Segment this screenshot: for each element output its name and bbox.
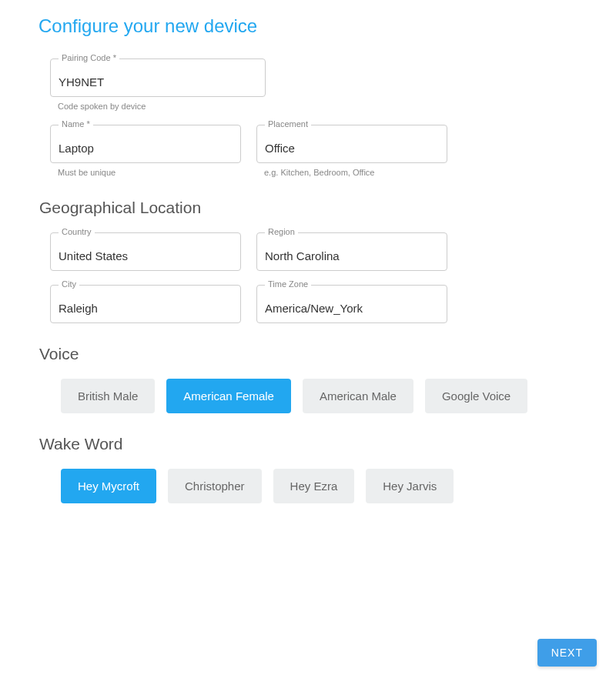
city-label: City	[59, 279, 79, 289]
next-button[interactable]: NEXT	[537, 639, 597, 667]
pairing-code-hint: Code spoken by device	[58, 102, 266, 111]
timezone-label: Time Zone	[265, 279, 311, 289]
placement-label: Placement	[265, 119, 311, 129]
name-input[interactable]	[59, 142, 233, 155]
pairing-code-label: Pairing Code *	[59, 53, 119, 62]
voice-options-row: British MaleAmerican FemaleAmerican Male…	[61, 379, 566, 413]
page-title: Configure your new device	[38, 15, 589, 37]
voice-header: Voice	[39, 345, 566, 363]
voice-option-american-male[interactable]: American Male	[303, 379, 413, 413]
region-label: Region	[265, 227, 298, 236]
name-label: Name *	[59, 119, 93, 129]
pairing-code-field-group: Pairing Code * Code spoken by device	[50, 58, 266, 111]
country-field-group: Country	[50, 232, 241, 271]
city-input[interactable]	[59, 302, 233, 315]
country-label: Country	[59, 227, 95, 236]
geo-header: Geographical Location	[39, 199, 566, 217]
voice-option-google-voice[interactable]: Google Voice	[425, 379, 527, 413]
voice-option-british-male[interactable]: British Male	[61, 379, 155, 413]
timezone-field-group: Time Zone	[256, 285, 447, 323]
voice-option-american-female[interactable]: American Female	[166, 379, 291, 413]
pairing-code-input[interactable]	[59, 75, 257, 89]
wakeword-option-hey-mycroft[interactable]: Hey Mycroft	[61, 469, 156, 503]
city-field-group: City	[50, 285, 241, 323]
name-field-group: Name * Must be unique	[50, 125, 241, 177]
wakeword-option-christopher[interactable]: Christopher	[168, 469, 262, 503]
region-input[interactable]	[265, 249, 439, 262]
wakeword-options-row: Hey MycroftChristopherHey EzraHey Jarvis	[61, 469, 566, 503]
placement-hint: e.g. Kitchen, Bedroom, Office	[264, 168, 447, 177]
region-field-group: Region	[256, 232, 447, 271]
wakeword-header: Wake Word	[39, 435, 566, 453]
wakeword-option-hey-jarvis[interactable]: Hey Jarvis	[366, 469, 454, 503]
wakeword-option-hey-ezra[interactable]: Hey Ezra	[273, 469, 355, 503]
placement-field-group: Placement e.g. Kitchen, Bedroom, Office	[256, 125, 447, 177]
placement-input[interactable]	[265, 142, 439, 155]
timezone-input[interactable]	[265, 302, 439, 315]
country-input[interactable]	[59, 249, 233, 262]
name-hint: Must be unique	[58, 168, 241, 177]
